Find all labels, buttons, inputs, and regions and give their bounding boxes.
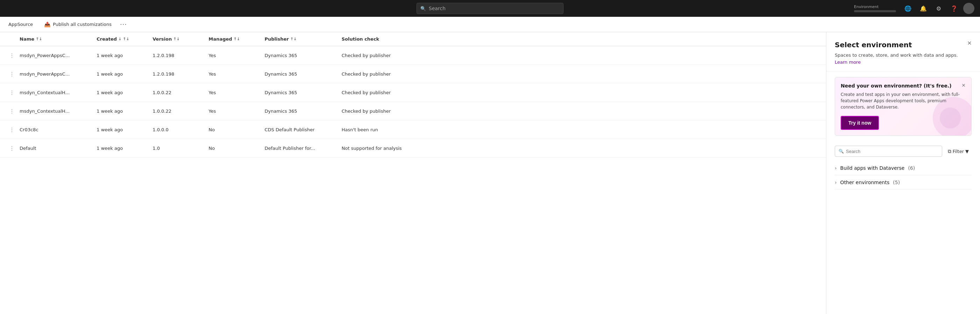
row-created: 1 week ago <box>94 141 150 156</box>
th-publisher[interactable]: Publisher ↑↓ <box>262 32 339 46</box>
env-group-list: › Build apps with Dataverse (6) › Other … <box>835 161 972 190</box>
row-managed: No <box>206 141 262 156</box>
table-row[interactable]: ⋮ msdyn_ContextualH... 1 week ago 1.0.0.… <box>0 102 826 120</box>
row-menu-cell: ⋮ <box>6 83 17 102</box>
th-created-sort-icon: ↓ <box>118 37 121 41</box>
env-group-item[interactable]: › Other environments (5) <box>835 175 972 190</box>
promo-close-button[interactable]: × <box>959 81 968 89</box>
row-solution-check: Hasn't been run <box>339 122 409 137</box>
row-publisher: Default Publisher for... <box>262 141 339 156</box>
row-context-menu[interactable]: ⋮ <box>8 125 15 134</box>
nav-search-wrapper: 🔍 Search <box>417 3 563 14</box>
th-managed[interactable]: Managed ↑↓ <box>206 32 262 46</box>
row-name: msdyn_ContextualH... <box>17 85 94 100</box>
row-context-menu[interactable]: ⋮ <box>8 51 15 59</box>
row-menu-cell: ⋮ <box>6 46 17 64</box>
nav-search-icon: 🔍 <box>420 6 426 11</box>
th-managed-label: Managed <box>208 37 232 41</box>
row-publisher: Dynamics 365 <box>262 85 339 100</box>
env-chevron-icon: › <box>835 180 837 185</box>
env-group-label: Other environments <box>840 180 890 185</box>
panel-subtitle-text: Spaces to create, store, and work with d… <box>835 53 958 58</box>
row-menu-cell: ⋮ <box>6 102 17 120</box>
th-name-label: Name <box>20 37 34 41</box>
th-created-filter-icon: ↑↓ <box>123 37 129 41</box>
row-solution-check: Checked by publisher <box>339 85 409 100</box>
row-publisher: Dynamics 365 <box>262 104 339 119</box>
globe-button[interactable]: 🌐 <box>902 2 914 15</box>
panel-search-box[interactable]: 🔍 <box>835 146 942 157</box>
row-solution-check: Checked by publisher <box>339 67 409 81</box>
row-name: Default <box>17 141 94 156</box>
table-row[interactable]: ⋮ Default 1 week ago 1.0 No Default Publ… <box>0 139 826 158</box>
row-menu-cell: ⋮ <box>6 120 17 139</box>
env-chevron-icon: › <box>835 165 837 171</box>
row-solution-check: Checked by publisher <box>339 48 409 63</box>
learn-more-link[interactable]: Learn more <box>835 59 861 65</box>
row-context-menu[interactable]: ⋮ <box>8 70 15 78</box>
env-value-bar <box>854 10 896 12</box>
row-name: msdyn_PowerAppsC... <box>17 67 94 81</box>
th-solution-check-label: Solution check <box>342 37 379 41</box>
bell-button[interactable]: 🔔 <box>917 2 930 15</box>
th-publisher-label: Publisher <box>265 37 289 41</box>
row-managed: Yes <box>206 48 262 63</box>
appsource-button[interactable]: AppSource <box>6 20 36 28</box>
env-group-item[interactable]: › Build apps with Dataverse (6) <box>835 161 972 175</box>
th-name[interactable]: Name ↑↓ <box>17 32 94 46</box>
help-button[interactable]: ❓ <box>948 2 960 15</box>
publish-label: Publish all customizations <box>53 22 111 27</box>
row-publisher: Dynamics 365 <box>262 67 339 81</box>
filter-label: Filter <box>953 149 964 154</box>
side-panel: Select environment Spaces to create, sto… <box>826 32 980 314</box>
environment-groups: › Build apps with Dataverse (6) › Other … <box>826 161 980 190</box>
filter-icon: ⧉ <box>948 148 951 155</box>
more-options-button[interactable]: ··· <box>120 21 127 28</box>
th-name-sort-icon: ↑↓ <box>36 37 42 41</box>
row-managed: Yes <box>206 104 262 119</box>
row-managed: Yes <box>206 85 262 100</box>
panel-subtitle: Spaces to create, store, and work with d… <box>835 52 972 65</box>
table-row[interactable]: ⋮ msdyn_PowerAppsC... 1 week ago 1.2.0.1… <box>0 65 826 83</box>
th-created[interactable]: Created ↓ ↑↓ <box>94 32 150 46</box>
row-context-menu[interactable]: ⋮ <box>8 144 15 152</box>
row-publisher: Dynamics 365 <box>262 48 339 63</box>
filter-button[interactable]: ⧉ Filter ▼ <box>945 147 972 156</box>
row-created: 1 week ago <box>94 67 150 81</box>
row-version: 1.0.0.22 <box>150 104 206 119</box>
environment-section: Environment <box>854 5 896 12</box>
row-publisher: CDS Default Publisher <box>262 122 339 137</box>
panel-title: Select environment <box>835 41 972 49</box>
nav-search-bar[interactable]: 🔍 Search <box>417 3 563 14</box>
row-name: msdyn_ContextualH... <box>17 104 94 119</box>
toolbar: AppSource 📤 Publish all customizations ·… <box>0 17 980 32</box>
settings-button[interactable]: ⚙️ <box>932 2 945 15</box>
row-version: 1.2.0.198 <box>150 48 206 63</box>
row-menu-cell: ⋮ <box>6 139 17 157</box>
table-row[interactable]: ⋮ msdyn_ContextualH... 1 week ago 1.0.0.… <box>0 83 826 102</box>
nav-right-controls: Environment 🌐 🔔 ⚙️ ❓ <box>854 2 974 15</box>
table-row[interactable]: ⋮ Cr03c8c 1 week ago 1.0.0.0 No CDS Defa… <box>0 120 826 139</box>
table-header: Name ↑↓ Created ↓ ↑↓ Version ↑↓ Managed … <box>0 32 826 46</box>
th-managed-sort-icon: ↑↓ <box>234 37 240 41</box>
th-version[interactable]: Version ↑↓ <box>150 32 206 46</box>
panel-search-row: 🔍 ⧉ Filter ▼ <box>826 142 980 161</box>
th-empty <box>6 32 17 46</box>
env-count: (5) <box>893 180 900 185</box>
row-context-menu[interactable]: ⋮ <box>8 107 15 115</box>
panel-search-input[interactable] <box>846 149 939 154</box>
th-created-label: Created <box>97 37 117 41</box>
th-version-label: Version <box>153 37 172 41</box>
row-created: 1 week ago <box>94 122 150 137</box>
table-body: ⋮ msdyn_PowerAppsC... 1 week ago 1.2.0.1… <box>0 46 826 158</box>
main-area: Name ↑↓ Created ↓ ↑↓ Version ↑↓ Managed … <box>0 32 980 314</box>
table-row[interactable]: ⋮ msdyn_PowerAppsC... 1 week ago 1.2.0.1… <box>0 46 826 65</box>
row-solution-check: Not supported for analysis <box>339 141 409 156</box>
nav-search-placeholder: Search <box>429 6 445 11</box>
try-it-now-button[interactable]: Try it now <box>841 116 879 130</box>
avatar[interactable] <box>963 3 974 14</box>
panel-close-button[interactable]: × <box>965 38 974 48</box>
row-created: 1 week ago <box>94 104 150 119</box>
row-context-menu[interactable]: ⋮ <box>8 88 15 97</box>
publish-button[interactable]: 📤 Publish all customizations <box>41 20 115 29</box>
